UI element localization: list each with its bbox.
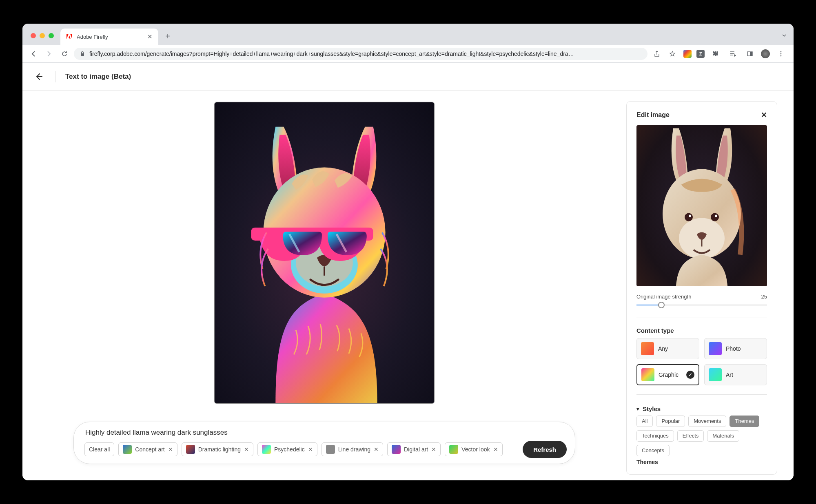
content-type-label: Art [726, 371, 733, 378]
slider-label: Original image strength [636, 294, 691, 300]
remove-chip-icon[interactable]: ✕ [431, 446, 436, 453]
playlist-icon[interactable] [727, 48, 739, 60]
content-type-graphic[interactable]: Graphic ✓ [636, 364, 699, 385]
style-thumb-icon [326, 445, 335, 454]
back-icon[interactable] [27, 48, 40, 60]
prompt-input[interactable]: Highly detailed llama wearing dark sungl… [84, 428, 567, 441]
style-category-row: All Popular Movements Themes Techniques … [636, 416, 767, 456]
style-chip-row: Clear all Concept art ✕ Dramatic lightin… [84, 442, 518, 456]
remove-chip-icon[interactable]: ✕ [374, 446, 379, 453]
style-chip-label: Digital art [404, 446, 428, 453]
svg-point-12 [685, 213, 693, 221]
browser-tab[interactable]: Adobe Firefly ✕ [60, 29, 158, 45]
tabs-dropdown-icon[interactable] [781, 33, 787, 40]
chevron-down-icon: ▾ [636, 406, 639, 412]
extension-icon[interactable]: Z [696, 50, 705, 58]
content-type-art[interactable]: Art [704, 364, 767, 385]
style-category-materials[interactable]: Materials [707, 430, 739, 442]
generated-image[interactable] [214, 102, 435, 404]
svg-point-13 [711, 213, 719, 221]
style-category-movements[interactable]: Movements [688, 416, 726, 427]
minimize-window-icon[interactable] [40, 33, 45, 38]
bookmark-icon[interactable] [666, 48, 679, 60]
content-type-any[interactable]: Any [636, 338, 699, 359]
divider [636, 394, 767, 395]
remove-chip-icon[interactable]: ✕ [493, 446, 498, 453]
content-type-thumb-icon [709, 342, 722, 355]
close-window-icon[interactable] [31, 33, 36, 38]
style-category-techniques[interactable]: Techniques [636, 430, 674, 442]
forward-icon[interactable] [43, 48, 55, 60]
url-text: firefly.corp.adobe.com/generate/images?p… [89, 51, 642, 57]
style-thumb-icon [262, 445, 271, 454]
lock-icon [80, 51, 85, 57]
svg-rect-1 [750, 52, 752, 56]
app-back-button[interactable] [32, 72, 45, 81]
puzzle-icon[interactable] [710, 48, 722, 60]
content-type-thumb-icon [709, 368, 722, 381]
close-panel-icon[interactable]: ✕ [761, 111, 767, 119]
style-chip-label: Line drawing [338, 446, 370, 453]
style-chip[interactable]: Concept art ✕ [118, 442, 177, 456]
reload-icon[interactable] [58, 48, 71, 60]
kebab-menu-icon[interactable] [775, 48, 787, 60]
new-tab-button[interactable]: + [162, 30, 174, 42]
style-chip[interactable]: Line drawing ✕ [322, 442, 383, 456]
fullscreen-window-icon[interactable] [49, 33, 54, 38]
content-type-photo[interactable]: Photo [704, 338, 767, 359]
style-category-themes[interactable]: Themes [730, 416, 759, 427]
refresh-button[interactable]: Refresh [523, 441, 567, 458]
style-chip[interactable]: Psychedelic ✕ [257, 442, 317, 456]
style-chip-label: Vector look [461, 446, 490, 453]
prompt-bar: Highly detailed llama wearing dark sungl… [73, 422, 575, 464]
styles-toggle[interactable]: ▾ Styles [636, 405, 767, 412]
refresh-label: Refresh [533, 446, 556, 453]
style-chip[interactable]: Digital art ✕ [387, 442, 441, 456]
panel-icon[interactable] [744, 48, 756, 60]
close-tab-icon[interactable]: ✕ [147, 33, 153, 40]
browser-tab-strip: Adobe Firefly ✕ + [22, 24, 794, 45]
style-category-concepts[interactable]: Concepts [636, 445, 670, 456]
slider-value: 25 [761, 294, 767, 300]
divider [55, 71, 55, 82]
style-chip[interactable]: Dramatic lighting ✕ [182, 442, 253, 456]
check-icon: ✓ [686, 371, 694, 379]
styles-title: Styles [643, 405, 661, 412]
slider-thumb[interactable] [658, 302, 665, 308]
style-thumb-icon [392, 445, 401, 454]
svg-point-4 [781, 55, 782, 56]
remove-chip-icon[interactable]: ✕ [308, 446, 313, 453]
panel-title: Edit image [636, 111, 670, 119]
strength-slider[interactable] [636, 305, 767, 305]
divider [636, 318, 767, 318]
styles-section-label: Themes [636, 459, 767, 465]
svg-point-14 [689, 215, 691, 217]
content-type-thumb-icon [641, 368, 654, 381]
content-type-label: Photo [726, 345, 741, 352]
content-type-label: Graphic [659, 371, 679, 378]
svg-point-3 [781, 53, 782, 54]
remove-chip-icon[interactable]: ✕ [168, 446, 173, 453]
profile-avatar[interactable] [761, 49, 770, 58]
tab-title: Adobe Firefly [77, 34, 143, 40]
style-thumb-icon [449, 445, 458, 454]
style-thumb-icon [186, 445, 195, 454]
extension-icon[interactable] [683, 50, 692, 58]
style-category-effects[interactable]: Effects [677, 430, 704, 442]
content-type-title: Content type [636, 327, 767, 334]
reference-image[interactable] [636, 125, 767, 286]
style-category-all[interactable]: All [636, 416, 653, 427]
style-category-popular[interactable]: Popular [656, 416, 685, 427]
browser-toolbar: firefly.corp.adobe.com/generate/images?p… [22, 45, 794, 63]
share-icon[interactable] [651, 48, 663, 60]
browser-window: Adobe Firefly ✕ + firefly.corp.adobe.com… [22, 24, 794, 480]
address-bar[interactable]: firefly.corp.adobe.com/generate/images?p… [74, 48, 647, 60]
clear-all-button[interactable]: Clear all [84, 442, 114, 456]
style-chip-label: Concept art [135, 446, 164, 453]
clear-all-label: Clear all [89, 446, 110, 453]
adobe-favicon [66, 33, 73, 40]
edit-image-panel: Edit image ✕ [626, 101, 777, 475]
main-area: Highly detailed llama wearing dark sungl… [22, 91, 626, 480]
style-chip[interactable]: Vector look ✕ [445, 442, 502, 456]
remove-chip-icon[interactable]: ✕ [244, 446, 249, 453]
